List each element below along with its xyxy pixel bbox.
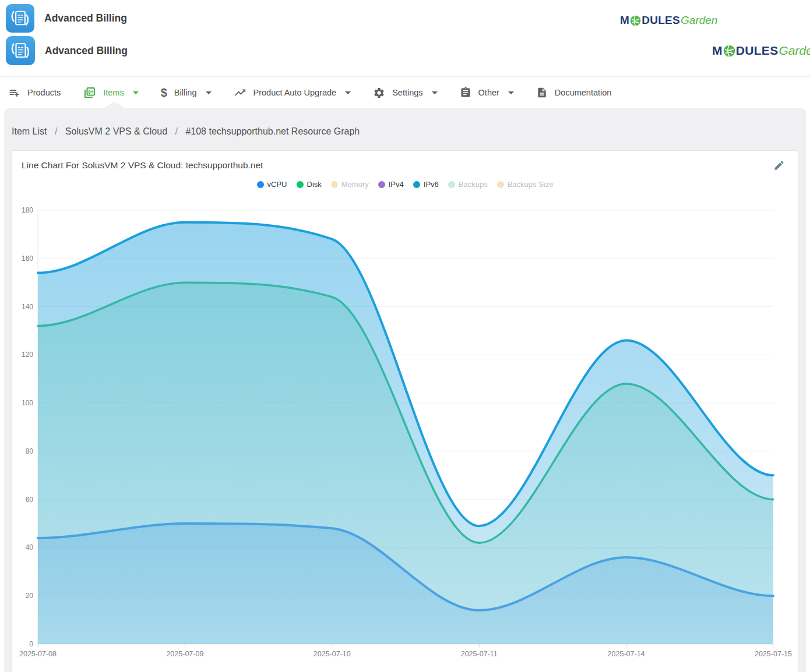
chevron-down-icon xyxy=(133,91,139,94)
app-header-row-2: Advanced Billing xyxy=(6,36,128,65)
advanced-billing-app-icon xyxy=(6,4,34,33)
legend-dot xyxy=(448,181,455,188)
nav-item-label: Documentation xyxy=(555,88,612,97)
nav-item-label: Other xyxy=(478,88,499,97)
card-header: Line Chart For SolusVM 2 VPS & Cloud: te… xyxy=(12,151,798,176)
nav-item-label: Billing xyxy=(174,88,197,97)
legend-item-memory[interactable]: Memory xyxy=(331,180,369,189)
y-axis-label: 60 xyxy=(26,496,34,504)
modulesgarden-logo[interactable]: M DULES Garden xyxy=(620,14,717,27)
globe-icon xyxy=(630,15,641,26)
legend-dot xyxy=(297,181,304,188)
legend-dot xyxy=(497,181,504,188)
app-title: Advanced Billing xyxy=(45,45,128,57)
nav-item-items[interactable]: 9+ Items xyxy=(83,86,138,100)
legend-label: Backups xyxy=(459,180,488,189)
y-axis-label: 160 xyxy=(22,254,33,263)
pencil-icon[interactable] xyxy=(773,160,785,171)
chevron-down-icon xyxy=(432,91,438,94)
legend-item-backups[interactable]: Backups xyxy=(448,180,488,189)
y-axis-label: 120 xyxy=(22,351,33,359)
nav-item-label: Settings xyxy=(392,88,422,97)
y-axis-label: 20 xyxy=(26,592,34,600)
chevron-down-icon xyxy=(508,91,514,94)
legend-label: Disk xyxy=(307,180,322,189)
app-title: Advanced Billing xyxy=(44,12,127,24)
breadcrumb-item-list[interactable]: Item List xyxy=(12,126,47,136)
legend-dot xyxy=(331,181,338,188)
nav-item-billing[interactable]: $ Billing xyxy=(161,87,212,98)
content-panel: Item List / SolusVM 2 VPS & Cloud / #108… xyxy=(4,108,806,672)
x-axis-label: 2025-07-08 xyxy=(19,650,57,658)
y-axis-label: 140 xyxy=(22,303,33,311)
y-axis-label: 100 xyxy=(22,399,33,407)
playlist-add-icon xyxy=(8,87,20,99)
x-axis-label: 2025-07-10 xyxy=(314,650,351,658)
active-nav-pointer xyxy=(103,102,125,108)
logo-text-m: M xyxy=(712,44,723,58)
page-header: Advanced Billing Advanced Billing M DULE… xyxy=(0,0,810,76)
nav-item-other[interactable]: Other xyxy=(460,87,514,98)
nav-item-product-auto-upgrade[interactable]: Product Auto Upgrade xyxy=(234,86,351,99)
clipboard-icon xyxy=(460,87,471,98)
globe-icon xyxy=(723,45,735,57)
nav-item-products[interactable]: Products xyxy=(8,87,61,99)
legend-item-disk[interactable]: Disk xyxy=(297,180,322,189)
chevron-down-icon xyxy=(206,91,212,94)
breadcrumb-product[interactable]: SolusVM 2 VPS & Cloud xyxy=(65,126,167,136)
nav-item-label: Items xyxy=(103,88,124,97)
items-stack-icon: 9+ xyxy=(83,86,96,100)
x-axis-label: 2025-07-11 xyxy=(461,650,498,658)
x-axis-label: 2025-07-09 xyxy=(166,650,203,658)
logo-text-garden: Garden xyxy=(779,44,810,58)
legend-dot xyxy=(378,181,385,188)
x-axis-label: 2025-07-15 xyxy=(755,650,792,658)
y-axis-label: 0 xyxy=(29,640,33,648)
legend-dot xyxy=(413,181,420,188)
advanced-billing-app-icon xyxy=(6,36,35,65)
chevron-down-icon xyxy=(345,91,351,94)
logo-text-dules: DULES xyxy=(642,14,680,27)
modulesgarden-logo[interactable]: M DULES Garden xyxy=(712,44,810,58)
x-axis-label: 2025-07-14 xyxy=(608,650,645,658)
legend-item-vcpu[interactable]: vCPU xyxy=(257,180,287,189)
legend-item-backups-size[interactable]: Backups Size xyxy=(497,180,554,189)
trending-up-icon xyxy=(234,86,246,99)
document-icon xyxy=(536,87,548,98)
y-axis-label: 40 xyxy=(26,543,34,551)
y-axis-label: 80 xyxy=(26,447,34,455)
gear-icon xyxy=(373,87,385,99)
legend-label: IPv6 xyxy=(424,180,439,189)
card-title: Line Chart For SolusVM 2 VPS & Cloud: te… xyxy=(22,160,263,170)
chart-legend: vCPU Disk Memory IPv4 IPv6 Backups xyxy=(12,180,798,189)
legend-label: IPv4 xyxy=(389,180,404,189)
line-chart-card: Line Chart For SolusVM 2 VPS & Cloud: te… xyxy=(12,150,798,672)
nav-item-label: Products xyxy=(27,88,61,97)
dollar-icon: $ xyxy=(161,87,167,98)
logo-text-dules: DULES xyxy=(736,44,779,58)
nav-item-label: Product Auto Upgrade xyxy=(253,88,337,97)
y-axis-label: 180 xyxy=(22,206,33,214)
breadcrumb-separator: / xyxy=(55,126,57,136)
app-header-row-1: Advanced Billing xyxy=(6,4,127,33)
resource-graph-chart: 0204060801001201401601802025-07-082025-0… xyxy=(12,195,797,660)
legend-item-ipv4[interactable]: IPv4 xyxy=(378,180,404,189)
logo-text-garden: Garden xyxy=(681,14,717,27)
legend-label: Backups Size xyxy=(508,180,554,189)
legend-dot xyxy=(257,181,264,188)
items-badge: 9+ xyxy=(88,89,94,94)
logo-text-m: M xyxy=(620,14,629,27)
legend-label: Memory xyxy=(341,180,369,189)
legend-item-ipv6[interactable]: IPv6 xyxy=(413,180,439,189)
chart-area: 0204060801001201401601802025-07-082025-0… xyxy=(12,195,797,667)
breadcrumb-separator: / xyxy=(175,126,177,136)
breadcrumb: Item List / SolusVM 2 VPS & Cloud / #108… xyxy=(12,108,798,137)
nav-item-settings[interactable]: Settings xyxy=(373,87,437,99)
nav-item-documentation[interactable]: Documentation xyxy=(536,87,612,98)
legend-label: vCPU xyxy=(267,180,287,189)
breadcrumb-current-page: #108 techsupporthub.net Resource Graph xyxy=(185,126,360,136)
